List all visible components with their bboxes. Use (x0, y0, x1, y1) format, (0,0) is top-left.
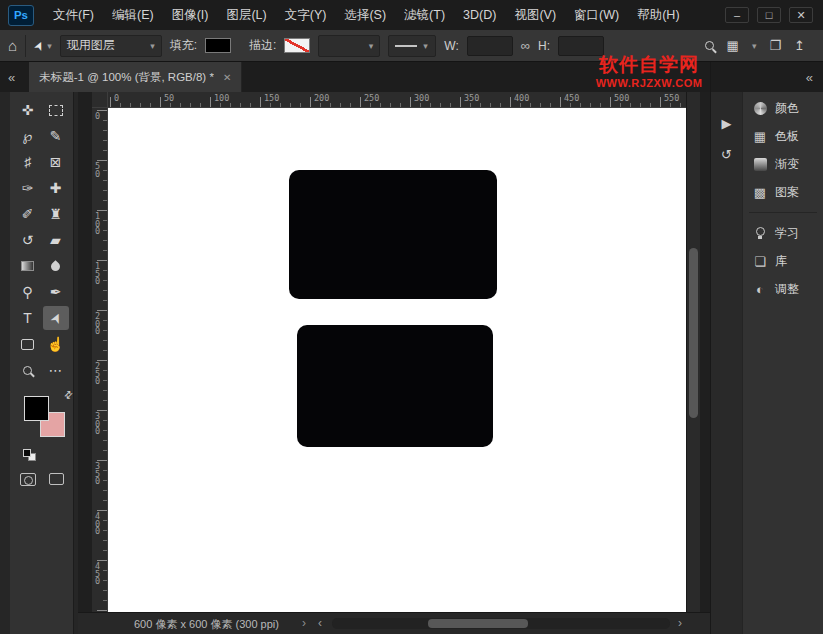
panel-swatches[interactable]: ▦色板 (743, 122, 823, 150)
clone-stamp-tool[interactable]: ♜ (43, 202, 69, 226)
quick-mask-icon[interactable] (20, 473, 36, 486)
history-brush-tool-icon: ↺ (22, 232, 34, 248)
quick-selection-tool[interactable]: ✎ (43, 124, 69, 148)
gradient-icon (752, 158, 768, 171)
window-controls: – □ ✕ (725, 7, 823, 23)
pattern-icon: ▩ (752, 185, 768, 200)
close-button[interactable]: ✕ (789, 7, 813, 23)
history-icon[interactable]: ↺ (721, 147, 732, 162)
chevron-down-icon: ▾ (423, 41, 428, 51)
eyedropper-tool[interactable]: ✑ (15, 176, 41, 200)
collapse-tools-icon[interactable]: « (8, 70, 15, 85)
brush-tool[interactable]: ✐ (15, 202, 41, 226)
edit-toolbar-button[interactable]: ⋯ (43, 358, 69, 382)
hand-tool[interactable]: ☝ (43, 332, 69, 356)
panel-adjustments[interactable]: ◐调整 (743, 275, 823, 303)
menu-layer[interactable]: 图层(L) (217, 0, 275, 30)
blur-tool[interactable] (43, 254, 69, 278)
path-selection-tool-icon: ➤ (31, 38, 48, 53)
foreground-color-swatch[interactable] (24, 396, 49, 421)
maximize-button[interactable]: □ (757, 7, 781, 23)
rectangular-marquee-tool[interactable] (43, 98, 69, 122)
vertical-scrollbar[interactable] (686, 92, 700, 612)
height-input[interactable] (558, 36, 604, 56)
chevron-down-icon: ▾ (369, 41, 374, 51)
fill-color-swatch[interactable] (205, 38, 231, 53)
ruler-horizontal[interactable]: 050100150200250300350400450500550 (108, 92, 686, 108)
pen-tool[interactable]: ✒ (43, 280, 69, 304)
fill-label: 填充: (170, 37, 197, 54)
layer-mode-dropdown[interactable]: 现用图层 ▾ (60, 35, 162, 57)
workspace-icon[interactable]: ▦ (727, 38, 739, 53)
vertical-scrollbar-thumb[interactable] (689, 248, 698, 418)
menu-3d[interactable]: 3D(D) (454, 0, 505, 30)
minimize-button[interactable]: – (725, 7, 749, 23)
collapse-panels-icon[interactable]: « (806, 70, 813, 85)
menu-view[interactable]: 视图(V) (505, 0, 565, 30)
clone-stamp-tool-icon: ♜ (49, 206, 62, 222)
eraser-tool[interactable]: ▰ (43, 228, 69, 252)
canvas-document[interactable] (108, 108, 686, 612)
pen-tool-icon: ✒ (50, 284, 62, 300)
type-tool[interactable]: T (15, 306, 41, 330)
rectangle-tool[interactable] (15, 332, 41, 356)
tools-grid: ✜℘✎♯⊠✑✚✐♜↺▰⚲✒T➤☝⋯ (10, 97, 73, 383)
ruler-vertical[interactable]: 05 01 0 01 5 02 0 02 5 03 0 03 5 04 0 04… (92, 108, 108, 612)
status-chevron-icon[interactable]: › (302, 616, 306, 630)
stroke-style-dropdown[interactable]: ▾ (388, 35, 436, 57)
photoshop-logo-icon[interactable]: Ps (8, 5, 34, 26)
share-icon[interactable]: ↥ (794, 38, 805, 53)
play-actions-icon[interactable]: ▶ (722, 116, 732, 131)
home-icon[interactable]: ⌂ (8, 37, 17, 54)
default-colors-icon[interactable] (23, 449, 39, 463)
move-tool[interactable]: ✜ (15, 98, 41, 122)
gradient-tool[interactable] (15, 254, 41, 278)
frame-tool[interactable]: ⊠ (43, 150, 69, 174)
panel-gradients[interactable]: 渐变 (743, 150, 823, 178)
lasso-tool[interactable]: ℘ (15, 124, 41, 148)
width-input[interactable] (467, 36, 513, 56)
scroll-left-icon[interactable]: ‹ (318, 616, 322, 630)
ruler-origin-box[interactable] (92, 92, 108, 108)
menu-image[interactable]: 图像(I) (163, 0, 218, 30)
quick-selection-tool-icon: ✎ (50, 128, 62, 144)
menu-select[interactable]: 选择(S) (335, 0, 395, 30)
chevron-down-icon[interactable]: ▾ (752, 41, 757, 51)
panel-gradients-label: 渐变 (775, 156, 799, 173)
menu-file[interactable]: 文件(F) (44, 0, 103, 30)
menu-filter[interactable]: 滤镜(T) (395, 0, 454, 30)
menu-window[interactable]: 窗口(W) (565, 0, 628, 30)
rectangle-tool-icon (21, 339, 34, 350)
active-tool-button[interactable]: ➤ ▾ (34, 39, 52, 53)
zoom-tool[interactable] (15, 358, 41, 382)
swap-colors-icon[interactable]: ⇄ (61, 388, 75, 402)
path-selection-tool[interactable]: ➤ (43, 306, 69, 330)
menu-type[interactable]: 文字(Y) (276, 0, 336, 30)
panel-group-1: 颜色▦色板渐变▩图案 (743, 94, 823, 206)
scroll-right-icon[interactable]: › (678, 616, 682, 630)
stroke-width-dropdown[interactable]: ▾ (318, 35, 380, 57)
stroke-color-swatch[interactable] (284, 38, 310, 53)
black-rounded-rectangle-1[interactable] (289, 170, 497, 299)
menu-edit[interactable]: 编辑(E) (103, 0, 163, 30)
panel-patterns[interactable]: ▩图案 (743, 178, 823, 206)
panel-colors[interactable]: 颜色 (743, 94, 823, 122)
libraries-icon: ❏ (752, 254, 768, 269)
document-tab[interactable]: 未标题-1 @ 100% (背景, RGB/8) * ✕ (29, 62, 242, 92)
history-brush-tool[interactable]: ↺ (15, 228, 41, 252)
crop-tool[interactable]: ♯ (15, 150, 41, 174)
horizontal-scrollbar-thumb[interactable] (428, 619, 528, 628)
horizontal-scrollbar[interactable] (332, 618, 670, 629)
black-rounded-rectangle-2[interactable] (297, 325, 493, 447)
arrange-documents-icon[interactable]: ❐ (769, 38, 781, 53)
panel-learn[interactable]: 学习 (743, 219, 823, 247)
healing-brush-tool[interactable]: ✚ (43, 176, 69, 200)
tab-close-icon[interactable]: ✕ (223, 72, 231, 83)
screen-mode-icon[interactable] (49, 473, 64, 485)
search-icon[interactable] (705, 41, 714, 50)
panel-libraries[interactable]: ❏库 (743, 247, 823, 275)
link-dimensions-icon[interactable]: ∞ (521, 38, 530, 53)
dodge-tool[interactable]: ⚲ (15, 280, 41, 304)
menu-help[interactable]: 帮助(H) (628, 0, 688, 30)
panel-group-2: 学习❏库◐调整 (743, 219, 823, 303)
